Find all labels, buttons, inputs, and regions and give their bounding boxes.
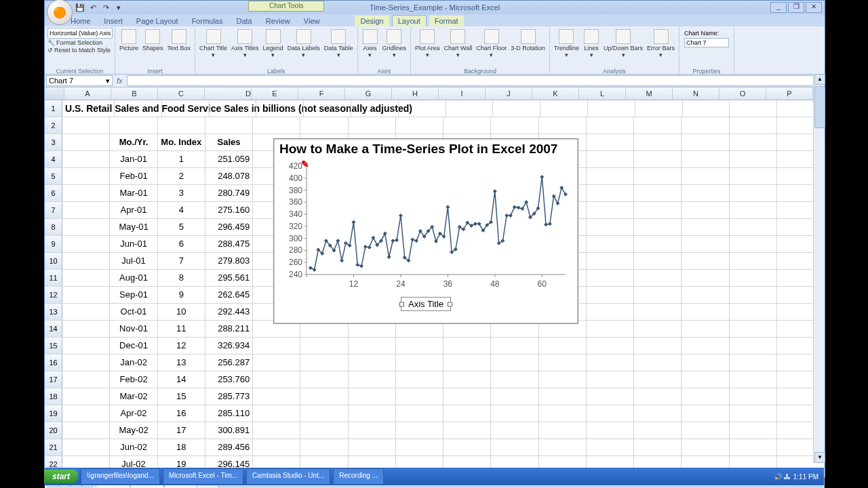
cell[interactable] bbox=[539, 117, 587, 134]
cell[interactable] bbox=[62, 236, 110, 252]
cell[interactable] bbox=[349, 354, 396, 371]
cell[interactable] bbox=[62, 117, 110, 134]
cell[interactable] bbox=[682, 134, 729, 150]
cell[interactable] bbox=[443, 439, 491, 455]
row-header[interactable]: 15 bbox=[45, 338, 62, 354]
cell[interactable] bbox=[730, 117, 777, 134]
cell[interactable] bbox=[396, 439, 443, 455]
cell[interactable] bbox=[491, 422, 538, 439]
cell[interactable]: 251.059 bbox=[205, 151, 253, 167]
cell[interactable]: Jun-02 bbox=[110, 439, 157, 455]
cell[interactable] bbox=[491, 371, 538, 388]
plot-area-button[interactable]: Plot Area▾ bbox=[414, 28, 441, 60]
cell[interactable]: May-01 bbox=[110, 219, 157, 235]
cell[interactable] bbox=[300, 405, 348, 422]
cell[interactable]: 15 bbox=[158, 388, 205, 405]
tab-review[interactable]: Review bbox=[260, 16, 296, 26]
tab-layout[interactable]: Layout bbox=[392, 15, 427, 26]
cell[interactable] bbox=[396, 388, 443, 405]
cell[interactable] bbox=[587, 117, 634, 134]
axis-title-textbox[interactable]: Axis Title bbox=[401, 297, 451, 311]
cell[interactable] bbox=[682, 388, 729, 405]
cell[interactable]: 256.287 bbox=[205, 354, 253, 371]
cell[interactable] bbox=[62, 270, 110, 286]
cell[interactable] bbox=[634, 117, 682, 134]
cell[interactable] bbox=[587, 219, 634, 235]
undo-icon[interactable]: ↶ bbox=[87, 2, 98, 13]
tab-page-layout[interactable]: Page Layout bbox=[131, 16, 184, 26]
cell[interactable] bbox=[443, 422, 491, 439]
cell[interactable]: 11 bbox=[158, 321, 205, 337]
cell[interactable] bbox=[300, 117, 348, 134]
cell[interactable] bbox=[253, 388, 300, 405]
cell[interactable]: 289.456 bbox=[205, 439, 253, 455]
cell[interactable] bbox=[62, 185, 110, 201]
cell[interactable] bbox=[349, 388, 396, 405]
cell[interactable] bbox=[730, 168, 777, 184]
cell[interactable] bbox=[300, 338, 348, 354]
cell[interactable]: 1 bbox=[158, 151, 205, 167]
column-header-N[interactable]: N bbox=[673, 87, 719, 100]
lines-button[interactable]: Lines▾ bbox=[582, 28, 601, 60]
cell[interactable] bbox=[730, 321, 777, 337]
cell[interactable] bbox=[300, 388, 348, 405]
cell[interactable] bbox=[396, 117, 443, 134]
row-header[interactable]: 7 bbox=[45, 202, 62, 218]
cell[interactable] bbox=[491, 117, 538, 134]
cell[interactable] bbox=[730, 100, 777, 117]
cell[interactable] bbox=[62, 151, 110, 167]
cell[interactable] bbox=[351, 100, 399, 117]
cell[interactable] bbox=[540, 100, 588, 117]
cell[interactable] bbox=[730, 354, 777, 371]
taskbar-item-4[interactable]: Recording ... bbox=[333, 468, 384, 485]
row-header[interactable]: 8 bbox=[45, 219, 62, 235]
cell[interactable] bbox=[539, 422, 587, 439]
cell[interactable] bbox=[587, 422, 634, 439]
cell[interactable] bbox=[587, 270, 634, 286]
redo-icon[interactable]: ↷ bbox=[100, 2, 111, 13]
cell[interactable] bbox=[539, 338, 587, 354]
cell[interactable] bbox=[443, 338, 491, 354]
cell[interactable]: U.S. Retail Sales and Food Service Sales… bbox=[62, 100, 115, 117]
cell[interactable] bbox=[304, 100, 351, 117]
cell[interactable] bbox=[682, 236, 729, 252]
cell[interactable] bbox=[443, 388, 491, 405]
cell[interactable]: Apr-02 bbox=[110, 405, 157, 422]
cell[interactable]: 295.561 bbox=[205, 270, 253, 286]
cell[interactable]: 262.645 bbox=[205, 287, 253, 303]
cell[interactable] bbox=[730, 151, 777, 167]
cell[interactable] bbox=[62, 338, 110, 354]
cell[interactable] bbox=[539, 371, 587, 388]
chart-floor-button[interactable]: Chart Floor▾ bbox=[475, 28, 508, 60]
cell[interactable] bbox=[253, 354, 300, 371]
cell[interactable] bbox=[253, 439, 300, 455]
cell[interactable] bbox=[682, 405, 729, 422]
cell[interactable] bbox=[253, 117, 300, 134]
cell[interactable]: 5 bbox=[158, 219, 205, 235]
cell[interactable] bbox=[587, 338, 634, 354]
scroll-up-icon[interactable]: ▲ bbox=[814, 74, 825, 85]
cell[interactable] bbox=[491, 354, 538, 371]
cell[interactable] bbox=[634, 388, 682, 405]
cell[interactable]: Aug-01 bbox=[110, 270, 157, 286]
cell[interactable] bbox=[682, 439, 729, 455]
cell[interactable] bbox=[539, 439, 587, 455]
axis-titles-button[interactable]: Axis Titles▾ bbox=[230, 28, 260, 60]
cell[interactable]: Sales bbox=[205, 134, 253, 150]
row-header[interactable]: 16 bbox=[45, 354, 62, 371]
cell[interactable] bbox=[399, 100, 446, 117]
cell[interactable] bbox=[682, 151, 729, 167]
format-selection-button[interactable]: 🔧 Format Selection bbox=[47, 39, 102, 46]
cell[interactable] bbox=[110, 117, 157, 134]
cell[interactable] bbox=[587, 202, 634, 218]
cell[interactable]: Jan-01 bbox=[110, 151, 157, 167]
cell[interactable] bbox=[634, 371, 682, 388]
cell[interactable] bbox=[682, 185, 729, 201]
row-header[interactable]: 21 bbox=[45, 439, 62, 455]
cell[interactable] bbox=[62, 388, 110, 405]
legend-button[interactable]: Legend▾ bbox=[262, 28, 285, 60]
cell[interactable] bbox=[587, 388, 634, 405]
trendline-button[interactable]: Trendline▾ bbox=[553, 28, 580, 60]
cell[interactable] bbox=[349, 405, 396, 422]
cell[interactable] bbox=[634, 168, 682, 184]
